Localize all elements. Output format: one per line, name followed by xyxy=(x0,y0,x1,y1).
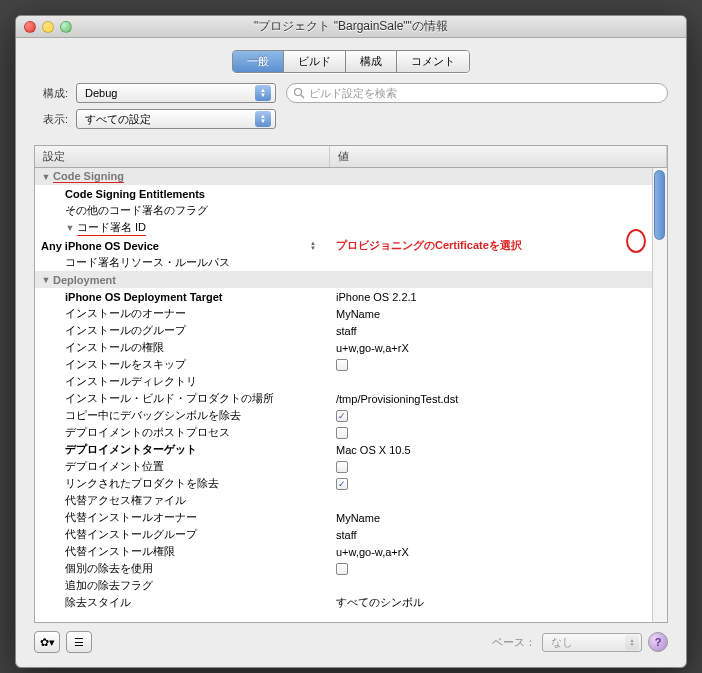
disclosure-icon[interactable]: ▼ xyxy=(65,223,75,233)
base-label: ベース： xyxy=(492,635,536,650)
search-placeholder: ビルド設定を検索 xyxy=(309,86,397,101)
setting-label: 代替インストールグループ xyxy=(65,527,197,542)
search-icon xyxy=(293,87,305,99)
view-button[interactable]: ☰ xyxy=(66,631,92,653)
svg-point-0 xyxy=(295,89,302,96)
base-value: なし xyxy=(551,635,573,650)
table-row[interactable]: ▼コード署名 ID xyxy=(35,219,667,237)
group-name: Deployment xyxy=(53,274,116,286)
config-select[interactable]: Debug ▲▼ xyxy=(76,83,276,103)
setting-label: 個別の除去を使用 xyxy=(65,561,153,576)
table-row[interactable]: 代替インストール権限u+w,go-w,a+rX xyxy=(35,543,667,560)
table-row[interactable]: リンクされたプロダクトを除去✓ xyxy=(35,475,667,492)
table-header: 設定 値 xyxy=(35,146,667,168)
gear-icon: ✿▾ xyxy=(40,636,55,649)
display-label: 表示: xyxy=(34,112,76,127)
table-row[interactable]: 除去スタイルすべてのシンボル xyxy=(35,594,667,611)
setting-label: リンクされたプロダクトを除去 xyxy=(65,476,219,491)
display-value: すべての設定 xyxy=(85,112,151,127)
setting-value: u+w,go-w,a+rX xyxy=(336,342,409,354)
table-row[interactable]: コピー中にデバッグシンボルを除去✓ xyxy=(35,407,667,424)
setting-label: インストールディレクトリ xyxy=(65,374,197,389)
disclosure-icon[interactable]: ▼ xyxy=(41,275,51,285)
tab-comment[interactable]: コメント xyxy=(397,51,469,72)
setting-label: 追加の除去フラグ xyxy=(65,578,153,593)
checkbox[interactable] xyxy=(336,563,348,575)
checkbox[interactable] xyxy=(336,427,348,439)
chevron-updown-icon[interactable]: ▲▼ xyxy=(306,241,320,251)
table-row[interactable]: インストールのグループstaff xyxy=(35,322,667,339)
setting-label: インストールの権限 xyxy=(65,340,164,355)
disclosure-icon[interactable]: ▼ xyxy=(41,172,51,182)
setting-label: デプロイメント位置 xyxy=(65,459,164,474)
table-row[interactable]: 代替アクセス権ファイル xyxy=(35,492,667,509)
table-row[interactable]: インストール・ビルド・プロダクトの場所/tmp/ProvisioningTest… xyxy=(35,390,667,407)
config-value: Debug xyxy=(85,87,117,99)
action-menu-button[interactable]: ✿▾ xyxy=(34,631,60,653)
group-header[interactable]: ▼Code Signing xyxy=(35,168,667,185)
setting-label: 代替アクセス権ファイル xyxy=(65,493,186,508)
setting-label: 除去スタイル xyxy=(65,595,131,610)
col-value[interactable]: 値 xyxy=(330,146,667,167)
list-icon: ☰ xyxy=(74,636,84,649)
setting-value: すべてのシンボル xyxy=(336,595,424,610)
base-select[interactable]: なし ▲▼ xyxy=(542,633,642,652)
settings-table: 設定 値 ▼Code SigningCode Signing Entitleme… xyxy=(34,145,668,623)
setting-label: コピー中にデバッグシンボルを除去 xyxy=(65,408,241,423)
checkbox[interactable]: ✓ xyxy=(336,410,348,422)
table-row[interactable]: Any iPhone OS Device▲▼プロビジョニングのCertifica… xyxy=(35,237,667,254)
setting-label: Code Signing Entitlements xyxy=(65,188,205,200)
table-row[interactable]: インストールのオーナーMyName xyxy=(35,305,667,322)
setting-label: インストールのグループ xyxy=(65,323,186,338)
checkbox[interactable] xyxy=(336,461,348,473)
setting-label: デプロイメントターゲット xyxy=(65,442,197,457)
table-row[interactable]: デプロイメントターゲットMac OS X 10.5 xyxy=(35,441,667,458)
table-row[interactable]: iPhone OS Deployment TargetiPhone OS 2.2… xyxy=(35,288,667,305)
help-button[interactable]: ? xyxy=(648,632,668,652)
setting-value: プロビジョニングのCertificateを選択 xyxy=(336,238,522,253)
info-window: "プロジェクト "BargainSale""の情報 一般 ビルド 構成 コメント… xyxy=(15,15,687,668)
table-row[interactable]: 個別の除去を使用 xyxy=(35,560,667,577)
table-row[interactable]: Code Signing Entitlements xyxy=(35,185,667,202)
scroll-thumb[interactable] xyxy=(654,170,665,240)
col-setting[interactable]: 設定 xyxy=(35,146,330,167)
tab-build[interactable]: ビルド xyxy=(284,51,346,72)
setting-value: u+w,go-w,a+rX xyxy=(336,546,409,558)
scrollbar[interactable] xyxy=(652,168,667,622)
table-row[interactable]: インストールディレクトリ xyxy=(35,373,667,390)
checkbox[interactable]: ✓ xyxy=(336,478,348,490)
table-row[interactable]: その他のコード署名のフラグ xyxy=(35,202,667,219)
group-header[interactable]: ▼Deployment xyxy=(35,271,667,288)
setting-label: インストールのオーナー xyxy=(65,306,186,321)
tab-config[interactable]: 構成 xyxy=(346,51,397,72)
checkbox[interactable] xyxy=(336,359,348,371)
svg-line-1 xyxy=(301,95,304,98)
setting-label: コード署名 ID xyxy=(77,220,146,236)
setting-label: インストール・ビルド・プロダクトの場所 xyxy=(65,391,274,406)
setting-value: MyName xyxy=(336,512,380,524)
search-input[interactable]: ビルド設定を検索 xyxy=(286,83,668,103)
setting-label: iPhone OS Deployment Target xyxy=(65,291,223,303)
table-row[interactable]: 代替インストールオーナーMyName xyxy=(35,509,667,526)
display-select[interactable]: すべての設定 ▲▼ xyxy=(76,109,276,129)
setting-label: インストールをスキップ xyxy=(65,357,186,372)
window-title: "プロジェクト "BargainSale""の情報 xyxy=(16,18,686,35)
group-name: Code Signing xyxy=(53,170,124,183)
table-row[interactable]: デプロイメント位置 xyxy=(35,458,667,475)
setting-value: MyName xyxy=(336,308,380,320)
table-row[interactable]: インストールの権限u+w,go-w,a+rX xyxy=(35,339,667,356)
table-row[interactable]: コード署名リソース・ルールパス xyxy=(35,254,667,271)
tab-general[interactable]: 一般 xyxy=(233,51,284,72)
table-row[interactable]: インストールをスキップ xyxy=(35,356,667,373)
footer: ✿▾ ☰ ベース： なし ▲▼ ? xyxy=(16,623,686,667)
config-label: 構成: xyxy=(34,86,76,101)
setting-label: デプロイメントのポストプロセス xyxy=(65,425,230,440)
table-row[interactable]: 追加の除去フラグ xyxy=(35,577,667,594)
chevron-updown-icon: ▲▼ xyxy=(625,635,639,650)
table-row[interactable]: デプロイメントのポストプロセス xyxy=(35,424,667,441)
setting-label: Any iPhone OS Device xyxy=(41,240,159,252)
table-body[interactable]: ▼Code SigningCode Signing Entitlementsその… xyxy=(35,168,667,622)
titlebar[interactable]: "プロジェクト "BargainSale""の情報 xyxy=(16,16,686,38)
table-row[interactable]: 代替インストールグループstaff xyxy=(35,526,667,543)
setting-label: 代替インストールオーナー xyxy=(65,510,197,525)
